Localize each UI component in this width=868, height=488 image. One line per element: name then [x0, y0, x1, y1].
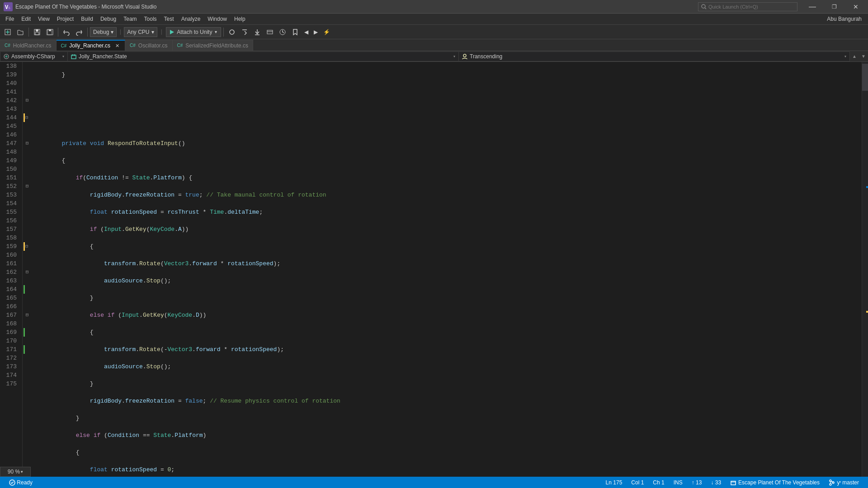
menu-test[interactable]: Test [160, 14, 178, 25]
menu-window[interactable]: Window [204, 14, 231, 25]
step-over-btn[interactable] [239, 27, 250, 38]
bookmark-btn[interactable] [289, 27, 301, 38]
svg-rect-15 [267, 30, 273, 34]
attach-to-unity-button[interactable]: Attach to Unity ▾ [166, 27, 221, 37]
status-ready[interactable]: Ready [5, 477, 37, 488]
cpu-config-dropdown[interactable]: Any CPU ▾ [124, 27, 157, 37]
line-141 [33, 122, 862, 131]
tab-jollyrancher-close[interactable]: ✕ [114, 42, 120, 49]
menu-project[interactable]: Project [53, 14, 77, 25]
ready-icon [9, 479, 15, 486]
step-into-btn[interactable] [251, 27, 263, 38]
svg-line-4 [705, 8, 706, 9]
assembly-dropdown[interactable]: Assembly-CSharp ▾ [0, 52, 68, 61]
close-button[interactable]: ✕ [845, 0, 866, 14]
line-139 [33, 88, 862, 96]
extra-btn1[interactable] [264, 27, 276, 38]
status-ins[interactable]: INS [669, 477, 687, 488]
menu-tools[interactable]: Tools [141, 14, 160, 25]
menu-debug[interactable]: Debug [97, 14, 120, 25]
tab-oscillator-label: Oscillator.cs [138, 42, 168, 49]
assembly-label: Assembly-CSharp [11, 53, 55, 60]
svg-text:S: S [8, 6, 10, 10]
menu-help[interactable]: Help [231, 14, 249, 25]
scroll-marker-2 [866, 311, 868, 313]
fold-152[interactable]: ⊟ [23, 182, 32, 191]
scroll-up-btn[interactable]: ▲ [850, 52, 859, 61]
fold-162[interactable]: ⊟ [23, 268, 32, 277]
tab-jollyrancher[interactable]: C# Jolly_Rancher.cs ✕ [57, 40, 126, 51]
scroll-thumb[interactable] [862, 64, 868, 91]
status-down[interactable]: ↓ 33 [706, 477, 726, 488]
scroll-down-btn[interactable]: ▼ [859, 52, 868, 61]
right-scroll-panel[interactable] [862, 62, 868, 477]
menu-file[interactable]: File [2, 14, 18, 25]
minimize-button[interactable]: — [802, 0, 823, 14]
fold-167[interactable]: ⊟ [23, 311, 32, 319]
extra-btn4[interactable]: ▶ [311, 27, 320, 38]
menu-edit[interactable]: Edit [18, 14, 34, 25]
line-numbers: 138 139 140 141 142 143 144 145 146 147 … [0, 62, 23, 477]
line-147: if (Input.GetKey(KeyCode.A)) [33, 225, 862, 234]
line-143: { [33, 156, 862, 165]
fold-147[interactable]: ⊟ [23, 139, 32, 148]
status-ch[interactable]: Ch 1 [648, 477, 669, 488]
quick-launch-box[interactable] [698, 2, 797, 11]
open-btn[interactable] [14, 27, 26, 38]
redo-btn[interactable] [73, 27, 85, 38]
class-icon [71, 53, 77, 60]
tab-serialized[interactable]: C# SerializedFieldAttribute.cs [173, 40, 254, 51]
fold-142[interactable]: ⊟ [23, 96, 32, 105]
quick-launch-input[interactable] [708, 4, 794, 9]
line-145: rigidBody.freezeRotation = true; // Take… [33, 191, 862, 199]
tab-holdrancher[interactable]: C# HoldRancher.cs [0, 40, 57, 51]
status-col[interactable]: Col 1 [627, 477, 648, 488]
line-160: { [33, 448, 862, 457]
line-138: } [33, 70, 862, 79]
status-ln[interactable]: Ln 175 [601, 477, 627, 488]
menu-analyze[interactable]: Analyze [178, 14, 204, 25]
extra-btn3[interactable]: ◀ [302, 27, 311, 38]
title-bar: V S Escape Planet Of The Vegetables - Mi… [0, 0, 868, 14]
breakpoint-btn[interactable] [226, 27, 238, 38]
tab-jollyrancher-cs-icon: C# [61, 43, 67, 48]
debug-config-dropdown[interactable]: Debug ▾ [90, 27, 117, 37]
restore-button[interactable]: ❐ [824, 0, 844, 14]
line-144: if(Condition != State.Platform) { [33, 174, 862, 182]
svg-rect-10 [35, 33, 39, 35]
assembly-icon [3, 53, 9, 60]
undo-btn[interactable] [61, 27, 72, 38]
status-project-label: Escape Planet Of The Vegetables [738, 479, 820, 486]
status-branch-label: ƴ master [837, 479, 859, 486]
svg-rect-26 [731, 481, 736, 485]
tab-jollyrancher-label: Jolly_Rancher.cs [69, 42, 110, 49]
extra-btn5[interactable]: ⚡ [321, 27, 332, 38]
play-icon [170, 30, 174, 34]
code-content[interactable]: } private void RespondToRotateInput() { … [32, 62, 862, 477]
project-icon [730, 479, 736, 486]
status-branch[interactable]: ƴ master [824, 477, 863, 488]
toolbar-sep2: | [118, 28, 122, 35]
save-all-btn[interactable] [44, 27, 56, 38]
class-dropdown[interactable]: Jolly_Rancher.State ▾ [68, 52, 459, 61]
class-label: Jolly_Rancher.State [79, 53, 127, 60]
status-project[interactable]: Escape Planet Of The Vegetables [726, 477, 824, 488]
extra-btn2[interactable] [277, 27, 288, 38]
gutter-164 [23, 285, 32, 294]
tab-oscillator[interactable]: C# Oscillator.cs [125, 40, 172, 51]
svg-point-28 [830, 483, 831, 485]
cpu-dropdown-arrow: ▾ [151, 29, 154, 35]
member-dropdown[interactable]: Transcending ▾ [459, 52, 850, 61]
save-btn[interactable] [31, 27, 43, 38]
debug-dropdown-arrow: ▾ [111, 29, 113, 35]
zoom-control[interactable]: 90 % ▾ [0, 467, 31, 477]
code-container: 138 139 140 141 142 143 144 145 146 147 … [0, 62, 868, 477]
status-up[interactable]: ↑ 13 [687, 477, 707, 488]
zoom-label: 90 % [8, 469, 20, 475]
menu-team[interactable]: Team [120, 14, 140, 25]
line-157: rigidBody.freezeRotation = false; // Res… [33, 397, 862, 405]
gutter-171 [23, 345, 32, 354]
new-btn[interactable] [2, 27, 14, 38]
menu-view[interactable]: View [34, 14, 53, 25]
menu-build[interactable]: Build [77, 14, 97, 25]
